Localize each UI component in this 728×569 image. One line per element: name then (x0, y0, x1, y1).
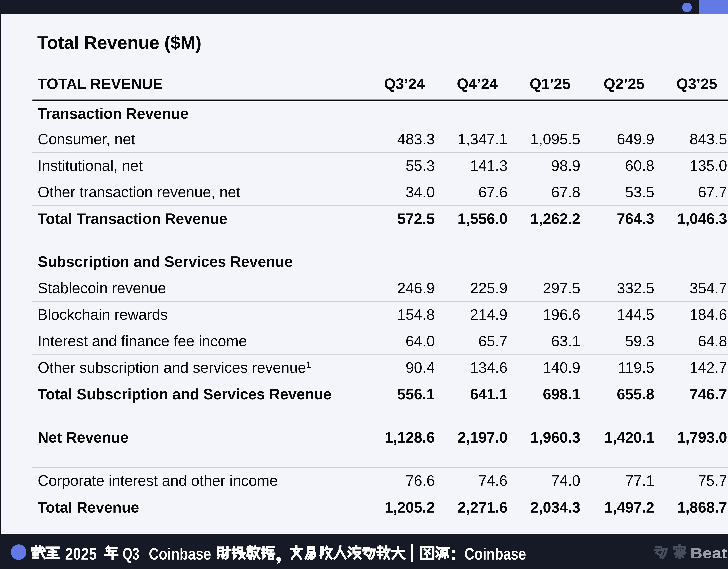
svg-text:Q3: Q3 (123, 545, 139, 563)
svg-text:Coinbase: Coinbase (464, 545, 526, 563)
svg-text:Coinbase: Coinbase (149, 545, 211, 563)
svg-text:2025: 2025 (65, 545, 97, 563)
svg-text:Beating: Beating (690, 545, 728, 561)
